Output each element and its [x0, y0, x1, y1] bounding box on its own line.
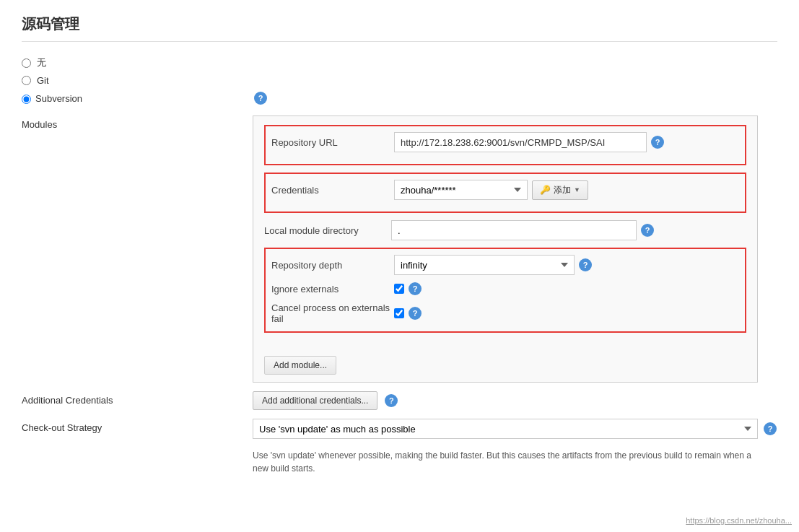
scm-git-label[interactable]: Git — [37, 75, 49, 86]
checkout-strategy-description: Use 'svn update' whenever possible, maki… — [253, 449, 758, 475]
chevron-down-icon: ▼ — [574, 186, 580, 193]
cancel-process-label: Cancel process on externals fail — [271, 302, 390, 324]
repo-depth-select[interactable]: infinity empty files immediates — [394, 255, 575, 275]
add-additional-credentials-button[interactable]: Add additional credentials... — [253, 391, 377, 410]
credentials-select[interactable]: zhouha/****** — [394, 180, 528, 200]
ignore-externals-label: Ignore externals — [271, 284, 339, 295]
add-module-row: Add module... — [253, 349, 757, 382]
key-icon: 🔑 — [540, 185, 551, 195]
scm-none-radio[interactable] — [22, 58, 31, 68]
modules-box: Repository URL ? Credentials — [253, 115, 758, 383]
scm-subversion-label[interactable]: Subversion — [35, 93, 82, 104]
local-module-dir-input[interactable] — [391, 220, 637, 240]
cancel-process-checkbox[interactable] — [394, 308, 404, 318]
repo-url-input[interactable] — [394, 132, 647, 152]
cancel-process-help-icon[interactable]: ? — [409, 307, 422, 320]
credentials-row: Credentials zhouha/****** 🔑 添加 ▼ — [271, 180, 739, 200]
repo-depth-row: Repository depth infinity empty files im… — [271, 255, 739, 275]
watermark: https://blog.csdn.net/zhouha... — [686, 516, 792, 525]
checkout-strategy-label: Check-out Strategy — [22, 422, 102, 433]
scm-none-label[interactable]: 无 — [37, 56, 46, 69]
ignore-externals-checkbox[interactable] — [394, 284, 404, 294]
page-title: 源码管理 — [22, 14, 777, 42]
local-module-dir-help-icon[interactable]: ? — [641, 224, 654, 237]
scm-subversion-radio[interactable] — [22, 95, 31, 104]
scm-options: 无 Git Subversion ? — [22, 56, 777, 105]
credentials-bordered: Credentials zhouha/****** 🔑 添加 ▼ — [264, 173, 746, 213]
additional-credentials-help-icon[interactable]: ? — [385, 394, 398, 407]
repo-url-label: Repository URL — [271, 137, 338, 148]
modules-label: Modules — [22, 119, 57, 130]
depth-group-bordered: Repository depth infinity empty files im… — [264, 248, 746, 333]
add-credentials-button[interactable]: 🔑 添加 ▼ — [532, 180, 588, 200]
checkout-strategy-help-icon[interactable]: ? — [764, 422, 777, 435]
repo-depth-help-icon[interactable]: ? — [579, 258, 592, 271]
scm-git-row: Git — [22, 75, 777, 86]
repo-url-bordered: Repository URL ? — [264, 125, 746, 165]
local-module-dir-label: Local module directory — [264, 225, 359, 236]
modules-section: Modules Repository URL ? — [22, 115, 777, 383]
repo-url-help-icon[interactable]: ? — [651, 136, 664, 149]
repo-depth-label: Repository depth — [271, 260, 342, 271]
additional-credentials-section: Additional Credentials Add additional cr… — [22, 391, 777, 410]
add-cred-btn-label: 添加 — [554, 184, 571, 196]
cancel-process-row: Cancel process on externals fail ? — [271, 302, 739, 324]
repo-url-row: Repository URL ? — [271, 132, 739, 152]
checkout-strategy-select[interactable]: Use 'svn update' as much as possible Alw… — [253, 419, 758, 439]
subversion-help-icon[interactable]: ? — [254, 92, 267, 105]
ignore-externals-row: Ignore externals ? — [271, 282, 739, 295]
additional-credentials-label: Additional Credentials — [22, 395, 113, 406]
checkout-strategy-section: Check-out Strategy Use 'svn update' as m… — [22, 419, 777, 475]
scm-none-row: 无 — [22, 56, 777, 69]
local-module-dir-row: Local module directory ? — [264, 220, 746, 240]
ignore-externals-help-icon[interactable]: ? — [409, 282, 422, 295]
scm-subversion-row: Subversion ? — [22, 92, 777, 105]
scm-git-radio[interactable] — [22, 76, 31, 85]
add-module-button[interactable]: Add module... — [264, 356, 336, 375]
credentials-label: Credentials — [271, 185, 319, 196]
